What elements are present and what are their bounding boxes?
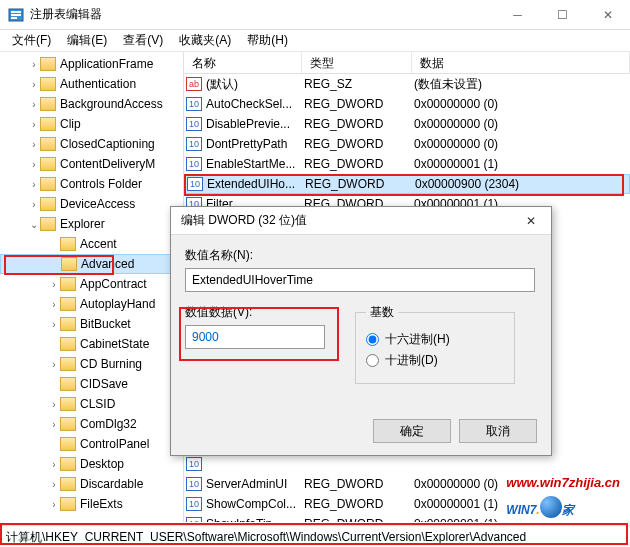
value-type: REG_DWORD bbox=[304, 117, 414, 131]
tree-item[interactable]: Advanced bbox=[0, 254, 183, 274]
value-name: ShowInfoTip bbox=[206, 517, 304, 522]
value-data: (数值未设置) bbox=[414, 76, 630, 93]
tree-item[interactable]: ›BitBucket bbox=[0, 314, 183, 334]
tree-item[interactable]: ›Desktop bbox=[0, 454, 183, 474]
base-legend: 基数 bbox=[366, 304, 398, 321]
expand-chevron-icon[interactable]: › bbox=[48, 399, 60, 410]
tree-item[interactable]: ›ClosedCaptioning bbox=[0, 134, 183, 154]
list-row[interactable]: 10AutoCheckSel...REG_DWORD0x00000000 (0) bbox=[184, 94, 630, 114]
value-data: 0x00000001 (1) bbox=[414, 517, 630, 522]
tree-item[interactable]: ›ComDlg32 bbox=[0, 414, 183, 434]
expand-chevron-icon[interactable]: › bbox=[28, 59, 40, 70]
expand-chevron-icon[interactable]: › bbox=[28, 159, 40, 170]
expand-chevron-icon[interactable]: › bbox=[48, 279, 60, 290]
value-data-input[interactable] bbox=[185, 325, 325, 349]
dialog-close-button[interactable]: ✕ bbox=[511, 207, 551, 235]
expand-chevron-icon[interactable]: › bbox=[28, 79, 40, 90]
tree-item[interactable]: ›DeviceAccess bbox=[0, 194, 183, 214]
radio-dec[interactable] bbox=[366, 354, 379, 367]
tree-item-label: Clip bbox=[60, 117, 81, 131]
menu-view[interactable]: 查看(V) bbox=[115, 30, 171, 51]
list-row[interactable]: 10ServerAdminUIREG_DWORD0x00000000 (0) bbox=[184, 474, 630, 494]
expand-chevron-icon[interactable]: › bbox=[48, 359, 60, 370]
radio-hex[interactable] bbox=[366, 333, 379, 346]
radio-hex-label: 十六进制(H) bbox=[385, 331, 450, 348]
expand-chevron-icon[interactable]: › bbox=[28, 119, 40, 130]
tree-item[interactable]: ›ApplicationFrame bbox=[0, 54, 183, 74]
menu-favorites[interactable]: 收藏夹(A) bbox=[171, 30, 239, 51]
list-row[interactable]: 10ShowCompCol...REG_DWORD0x00000001 (1) bbox=[184, 494, 630, 514]
folder-icon bbox=[60, 437, 76, 451]
tree-item[interactable]: ›Authentication bbox=[0, 74, 183, 94]
tree-item[interactable]: ControlPanel bbox=[0, 434, 183, 454]
list-row[interactable]: 10DisablePrevie...REG_DWORD0x00000000 (0… bbox=[184, 114, 630, 134]
folder-icon bbox=[60, 297, 76, 311]
expand-chevron-icon[interactable]: › bbox=[28, 199, 40, 210]
tree-item[interactable]: CIDSave bbox=[0, 374, 183, 394]
tree-item-label: Desktop bbox=[80, 457, 124, 471]
folder-icon bbox=[40, 57, 56, 71]
menu-file[interactable]: 文件(F) bbox=[4, 30, 59, 51]
col-type[interactable]: 类型 bbox=[302, 52, 412, 73]
tree-item-label: AutoplayHand bbox=[80, 297, 155, 311]
list-row[interactable]: 10DontPrettyPathREG_DWORD0x00000000 (0) bbox=[184, 134, 630, 154]
expand-chevron-icon[interactable]: › bbox=[28, 179, 40, 190]
tree-item[interactable]: ›AppContract bbox=[0, 274, 183, 294]
list-row[interactable]: ab(默认)REG_SZ(数值未设置) bbox=[184, 74, 630, 94]
tree-item-label: Controls Folder bbox=[60, 177, 142, 191]
dword-value-icon: 10 bbox=[186, 497, 202, 511]
tree-item-label: AppContract bbox=[80, 277, 147, 291]
dword-value-icon: 10 bbox=[186, 477, 202, 491]
value-type: REG_DWORD bbox=[304, 477, 414, 491]
expand-chevron-icon[interactable]: › bbox=[48, 459, 60, 470]
tree-item-label: DeviceAccess bbox=[60, 197, 135, 211]
value-name: ExtendedUIHo... bbox=[207, 177, 305, 191]
minimize-button[interactable]: ─ bbox=[495, 0, 540, 30]
tree-item[interactable]: Accent bbox=[0, 234, 183, 254]
list-row[interactable]: 10EnableStartMe...REG_DWORD0x00000001 (1… bbox=[184, 154, 630, 174]
expand-chevron-icon[interactable]: › bbox=[48, 419, 60, 430]
list-row[interactable]: 10 bbox=[184, 454, 630, 474]
expand-chevron-icon[interactable]: › bbox=[48, 319, 60, 330]
expand-chevron-icon[interactable]: ⌄ bbox=[28, 219, 40, 230]
value-name-input[interactable] bbox=[185, 268, 535, 292]
close-button[interactable]: ✕ bbox=[585, 0, 630, 30]
dword-value-icon: 10 bbox=[186, 457, 202, 471]
list-row[interactable]: 10ExtendedUIHo...REG_DWORD0x00000900 (23… bbox=[184, 174, 630, 194]
dword-value-icon: 10 bbox=[186, 517, 202, 522]
tree-item[interactable]: ›Clip bbox=[0, 114, 183, 134]
tree-item[interactable]: ›CLSID bbox=[0, 394, 183, 414]
dword-value-icon: 10 bbox=[186, 157, 202, 171]
value-name: AutoCheckSel... bbox=[206, 97, 304, 111]
tree-item[interactable]: ›AutoplayHand bbox=[0, 294, 183, 314]
tree-item[interactable]: ⌄Explorer bbox=[0, 214, 183, 234]
expand-chevron-icon[interactable]: › bbox=[48, 299, 60, 310]
tree-item[interactable]: ›BackgroundAccess bbox=[0, 94, 183, 114]
folder-icon bbox=[60, 237, 76, 251]
col-name[interactable]: 名称 bbox=[184, 52, 302, 73]
tree-item[interactable]: ›ContentDeliveryM bbox=[0, 154, 183, 174]
list-row[interactable]: 10ShowInfoTipREG_DWORD0x00000001 (1) bbox=[184, 514, 630, 522]
maximize-button[interactable]: ☐ bbox=[540, 0, 585, 30]
col-data[interactable]: 数据 bbox=[412, 52, 630, 73]
folder-icon bbox=[60, 497, 76, 511]
tree-item-label: ComDlg32 bbox=[80, 417, 137, 431]
value-name: EnableStartMe... bbox=[206, 157, 304, 171]
tree-item-label: Explorer bbox=[60, 217, 105, 231]
tree-item[interactable]: ›CD Burning bbox=[0, 354, 183, 374]
tree-item-label: Discardable bbox=[80, 477, 143, 491]
expand-chevron-icon[interactable]: › bbox=[48, 479, 60, 490]
tree-item[interactable]: ›FileExts bbox=[0, 494, 183, 514]
tree-item[interactable]: ›Discardable bbox=[0, 474, 183, 494]
expand-chevron-icon[interactable]: › bbox=[28, 139, 40, 150]
registry-tree[interactable]: ›ApplicationFrame›Authentication›Backgro… bbox=[0, 52, 184, 522]
menu-edit[interactable]: 编辑(E) bbox=[59, 30, 115, 51]
tree-item[interactable]: CabinetState bbox=[0, 334, 183, 354]
expand-chevron-icon[interactable]: › bbox=[48, 499, 60, 510]
expand-chevron-icon[interactable]: › bbox=[28, 99, 40, 110]
cancel-button[interactable]: 取消 bbox=[459, 419, 537, 443]
tree-item[interactable]: ›Controls Folder bbox=[0, 174, 183, 194]
menu-help[interactable]: 帮助(H) bbox=[239, 30, 296, 51]
ok-button[interactable]: 确定 bbox=[373, 419, 451, 443]
dword-value-icon: 10 bbox=[186, 97, 202, 111]
